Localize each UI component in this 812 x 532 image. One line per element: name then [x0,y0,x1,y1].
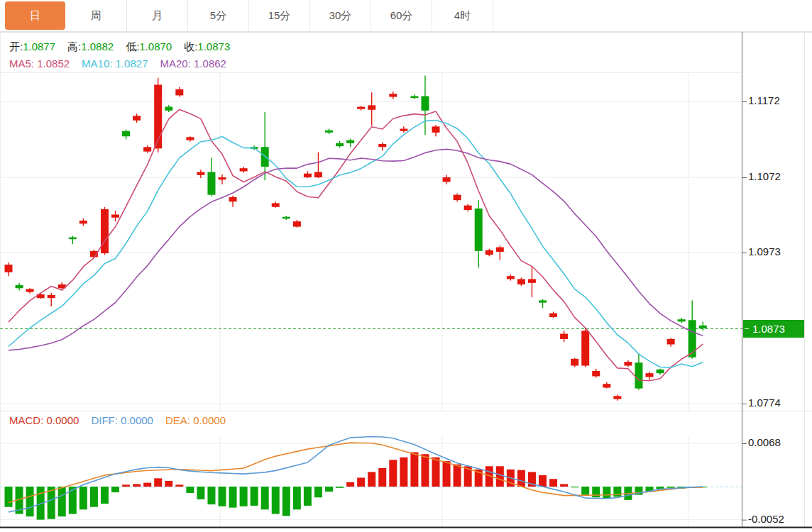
low-group: 低:1.0870 [126,40,172,54]
candlestick-chart[interactable] [0,0,812,532]
current-price-tag: 1.0873 [743,320,804,338]
ma5-line [9,109,703,380]
close-label: 收: [184,40,197,52]
dea-value: 0.0000 [193,414,226,426]
tab-period-0[interactable]: 日 [5,1,65,30]
tab-bar: 日周月5分15分30分60分4时 [0,0,812,32]
trading-chart-app: { "tabs": [ {"label": "日", "active": tru… [0,0,812,532]
axis-tick-label: 1.1072 [748,170,809,182]
diff-line [9,437,703,512]
diff-value: 0.0000 [121,414,153,426]
candles [5,76,707,401]
close-value: 1.0873 [197,40,230,52]
ma10-value: 1.0827 [116,57,148,70]
high-value: 1.0882 [81,40,114,52]
macd-histogram [5,453,707,520]
close-group: 收:1.0873 [184,40,230,54]
dea-group: DEA: 0.0000 [165,414,226,426]
ma5-label: MA5: [9,57,34,70]
ma10-label: MA10: [82,57,112,70]
tab-period-4[interactable]: 15分 [249,0,310,31]
high-label: 高: [67,40,81,52]
ma20-line [9,149,703,350]
ma20-label: MA20: [160,57,191,70]
diff-label: DIFF: [91,414,118,426]
high-group: 高:1.0882 [67,40,114,54]
open-label: 开: [9,40,23,52]
ma5-group: MA5: 1.0852 [9,57,70,70]
ma20-group: MA20: 1.0862 [160,57,226,70]
tab-period-5[interactable]: 30分 [310,0,371,31]
low-value: 1.0870 [139,40,172,52]
axis-tick-label: -0.0052 [748,513,809,525]
axis-tick-label: 1.1172 [748,94,809,106]
macd-group: MACD: 0.0000 [9,414,79,426]
ma10-group: MA10: 1.0827 [82,57,148,70]
tab-period-7[interactable]: 4时 [432,0,493,31]
tab-period-6[interactable]: 60分 [371,0,432,31]
ma-legend: MA5: 1.0852 MA10: 1.0827 MA20: 1.0862 [9,57,238,70]
open-group: 开:1.0877 [9,40,55,54]
ma20-value: 1.0862 [194,57,226,70]
open-value: 1.0877 [23,40,55,52]
axis-tick-label: 1.0973 [748,245,809,257]
macd-label: MACD: [9,414,43,426]
ohlc-legend: 开:1.0877 高:1.0882 低:1.0870 收:1.0873 [9,40,242,54]
dea-label: DEA: [165,414,190,426]
tab-period-1[interactable]: 周 [66,0,127,31]
ma5-value: 1.0852 [37,57,70,70]
axis-tick-label: 0.0068 [748,436,809,448]
macd-legend: MACD: 0.0000 DIFF: 0.0000 DEA: 0.0000 [9,414,238,426]
macd-value: 0.0000 [47,414,79,426]
low-label: 低: [126,40,139,52]
gridlines [0,32,812,527]
tab-period-3[interactable]: 5分 [188,0,249,31]
ma10-line [9,121,703,368]
axis-tick-label: 1.0774 [748,397,809,409]
axes [0,32,812,528]
tab-period-2[interactable]: 月 [127,0,188,31]
diff-group: DIFF: 0.0000 [91,414,153,426]
